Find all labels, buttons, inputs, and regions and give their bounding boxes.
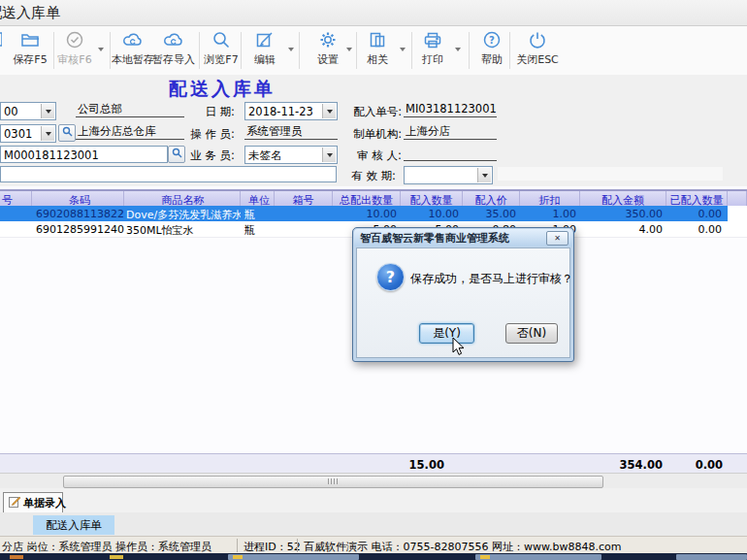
barcode-cell: 6902088113822 — [32, 206, 124, 221]
folder-icon — [19, 29, 41, 50]
settings-dropdown-arrow-icon[interactable] — [346, 48, 352, 54]
toolbar-separator — [509, 32, 510, 69]
product-name-cell: Dove/多芬洗发乳滋养水润70 — [124, 206, 241, 221]
warehouse-code-combobox[interactable]: 0301 — [0, 124, 56, 143]
cloud-icon — [122, 29, 144, 50]
edit-button[interactable]: 编辑 — [244, 29, 285, 72]
ref-no-input[interactable]: M000181123001 — [0, 146, 168, 163]
os-taskbar[interactable] — [0, 553, 747, 560]
tab-distribution-inbound[interactable]: 配送入库单 — [33, 515, 114, 535]
browse-button[interactable]: 浏览F7 — [200, 29, 243, 72]
totals-row: 15.00 354.00 0.00 — [0, 453, 747, 474]
table-row-selected[interactable]: 6902088113822 Dove/多芬洗发乳滋养水润70 瓶 10.00 1… — [0, 206, 747, 221]
related-button[interactable]: 相关 — [357, 29, 398, 72]
taskbar-window-button[interactable] — [228, 554, 359, 560]
taskbar-window-button[interactable] — [676, 554, 747, 560]
search-icon — [211, 29, 232, 50]
salesman-combobox[interactable]: 未签名 — [244, 146, 338, 164]
tab-document-entry[interactable]: 单据录入 — [3, 492, 63, 512]
dialog-titlebar[interactable]: 智百威智云新零售商业管理系统 — [354, 229, 572, 247]
taskbar-icon[interactable] — [10, 555, 23, 559]
org-code-combobox[interactable]: 00 — [0, 102, 56, 120]
price-cell: 35.00 — [463, 206, 520, 221]
status-process-id: 进程ID：52 — [244, 540, 301, 554]
dialog-message: 保存成功，是否马上进行审核？ — [410, 271, 573, 287]
toolbar: F3 保存F5 审核F6 本地暂存 暂存导入 浏览F7 编辑 — [0, 26, 747, 76]
date-label: 日 期: — [184, 105, 235, 119]
edit-note-icon — [9, 496, 20, 511]
received-qty-cell: 0.00 — [666, 221, 728, 237]
bottom-tabbar: 单据录入 — [0, 488, 747, 513]
dialog-no-button[interactable]: 否(N) — [505, 323, 558, 344]
toolbar-separator — [299, 32, 300, 69]
close-button[interactable]: 关闭ESC — [513, 29, 562, 72]
org-name-field: 公司总部 — [76, 102, 184, 117]
toolbar-separator — [241, 32, 242, 69]
horizontal-scrollbar[interactable] — [0, 473, 747, 489]
validity-combobox[interactable] — [404, 166, 493, 184]
question-icon: ? — [376, 263, 405, 291]
settings-button[interactable]: 设置 — [308, 29, 348, 72]
print-button[interactable]: 打印 — [412, 29, 453, 72]
status-separator — [237, 539, 238, 552]
dropdown-arrow-icon[interactable] — [322, 148, 336, 162]
temp-import-button[interactable]: 暂存导入 — [151, 29, 196, 72]
scrollbar-thumb[interactable] — [63, 476, 603, 488]
salesman-label: 业 务 员: — [180, 148, 235, 163]
form-title: 配送入库单 — [0, 77, 444, 102]
dialog-close-button[interactable]: ✕ — [546, 231, 568, 246]
print-dropdown-arrow-icon[interactable] — [455, 48, 461, 54]
audit-dropdown-arrow-icon[interactable] — [98, 48, 104, 54]
window-titlebar[interactable]: 配送入库单 — [0, 0, 747, 26]
edit-dropdown-arrow-icon[interactable] — [288, 48, 294, 54]
magnifier-icon — [62, 126, 73, 140]
svg-text:?: ? — [489, 35, 495, 46]
cut-button-icon — [0, 29, 2, 50]
toolbar-separator — [469, 32, 470, 69]
audit-button: 审核F6 — [53, 29, 96, 72]
help-button[interactable]: ? 帮助 — [472, 29, 511, 72]
related-dropdown-arrow-icon[interactable] — [400, 48, 406, 54]
warehouse-lookup-button[interactable] — [58, 124, 76, 142]
tab-label: 单据录入 — [23, 496, 66, 511]
taskbar-icon — [233, 555, 243, 559]
qty-out-cell: 10.00 — [333, 206, 401, 221]
dropdown-arrow-icon[interactable] — [41, 126, 54, 141]
unit-cell: 瓶 — [241, 206, 275, 221]
gear-icon — [317, 29, 339, 50]
mouse-cursor-icon — [452, 338, 466, 360]
windows-stack-icon — [367, 29, 388, 50]
barcode-cell: 6901285991240 — [32, 221, 124, 237]
dropdown-arrow-icon[interactable] — [41, 104, 54, 118]
help-question-icon: ? — [481, 29, 503, 50]
discount-cell: 1.00 — [520, 206, 580, 221]
save-button[interactable]: 保存F5 — [8, 29, 52, 72]
printer-icon — [422, 29, 443, 50]
total-qty: 15.00 — [401, 454, 463, 474]
amount-cell: 350.00 — [580, 206, 666, 221]
qty-in-cell: 10.00 — [401, 206, 463, 221]
window-title: 配送入库单 — [0, 4, 60, 22]
amount-cell: 4.00 — [580, 221, 666, 237]
check-circle-icon — [64, 29, 85, 50]
dropdown-arrow-icon[interactable] — [477, 168, 491, 182]
inactive-field — [498, 167, 723, 181]
maker-org-label: 制单机构: — [341, 127, 402, 142]
dialog-title: 智百威智云新零售商业管理系统 — [360, 231, 509, 246]
status-user-info: 分店 岗位：系统管理员 操作员：系统管理员 — [2, 540, 211, 554]
auditor-label: 审 核 人: — [341, 148, 402, 163]
dropdown-arrow-icon[interactable] — [322, 104, 336, 118]
taskbar-window-button[interactable] — [475, 554, 601, 560]
memo-input[interactable] — [0, 166, 337, 182]
status-bar: 分店 岗位：系统管理员 操作员：系统管理员 进程ID：52 百威软件演示 电话：… — [0, 536, 747, 554]
taskbar-icon — [480, 555, 490, 559]
auditor-field — [404, 146, 497, 161]
warehouse-name-field: 上海分店总仓库 — [76, 124, 184, 140]
date-combobox[interactable]: 2018-11-23 — [244, 102, 338, 120]
scrollbar-grip-icon — [328, 478, 340, 484]
product-name-cell: 350ML怡宝水 — [124, 221, 241, 237]
taskbar-icon[interactable] — [110, 555, 123, 559]
power-icon — [527, 29, 548, 50]
local-save-button[interactable]: 本地暂存 — [111, 29, 155, 72]
dialog-yes-button[interactable]: 是(Y) — [419, 323, 474, 344]
